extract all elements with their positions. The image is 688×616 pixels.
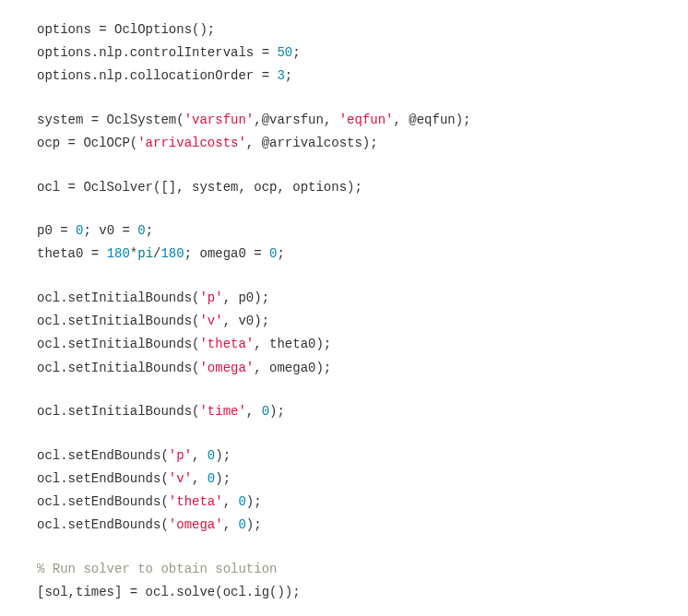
- code-token-string: 'omega': [199, 361, 254, 375]
- code-line: [37, 538, 651, 558]
- code-token-number: 0: [238, 517, 245, 532]
- code-token-default: ocl.setEndBounds(: [37, 517, 169, 532]
- code-token-default: [sol,times] = ocl.solve(ocl.ig());: [37, 585, 301, 599]
- code-token-default: ;: [292, 45, 300, 60]
- code-token-number: 0: [269, 246, 277, 261]
- code-token-default: , @eqfun);: [394, 113, 471, 127]
- code-block: options = OclOptions();options.nlp.contr…: [37, 18, 651, 604]
- code-token-default: ,: [246, 404, 262, 419]
- code-line: ocl.setEndBounds('v', 0);: [37, 468, 651, 491]
- code-line: [37, 380, 651, 400]
- code-token-default: ocl.setInitialBounds(: [37, 361, 199, 375]
- code-token-default: ocl.setInitialBounds(: [37, 337, 199, 351]
- code-line: ocl.setInitialBounds('omega', omega0);: [37, 357, 651, 380]
- code-token-default: ocl.setInitialBounds(: [37, 404, 199, 419]
- code-token-default: ocl.setEndBounds(: [37, 471, 169, 486]
- code-token-number: 3: [277, 68, 284, 83]
- code-token-default: , omega0);: [254, 361, 331, 375]
- code-token-default: );: [215, 471, 231, 486]
- code-line: system = OclSystem('varsfun',@varsfun, '…: [37, 109, 651, 132]
- code-token-default: );: [269, 404, 285, 419]
- code-token-string: 'p': [199, 290, 222, 305]
- code-token-default: options = OclOptions();: [37, 22, 215, 37]
- code-token-default: p0 =: [37, 223, 76, 238]
- code-line: [37, 89, 651, 109]
- code-line: [37, 423, 651, 444]
- code-token-keyword: pi: [137, 246, 153, 261]
- code-token-default: , v0);: [223, 314, 269, 328]
- code-token-number: 50: [277, 45, 292, 60]
- code-token-default: , theta0);: [254, 337, 331, 351]
- code-token-default: *: [130, 246, 137, 261]
- code-line: options.nlp.controlIntervals = 50;: [37, 41, 651, 65]
- code-line: [37, 267, 651, 287]
- code-line: options.nlp.collocationOrder = 3;: [37, 65, 651, 88]
- code-line: ocp = OclOCP('arrivalcosts', @arrivalcos…: [37, 132, 651, 155]
- code-token-default: ocl.setInitialBounds(: [37, 314, 199, 328]
- code-token-default: );: [246, 494, 262, 509]
- code-token-number: 180: [107, 246, 130, 261]
- code-line: ocl.setInitialBounds('v', v0);: [37, 310, 651, 333]
- code-token-default: ,: [192, 448, 208, 463]
- code-line: % Run solver to obtain solution: [37, 558, 651, 581]
- code-line: p0 = 0; v0 = 0;: [37, 219, 651, 243]
- code-token-string: 'theta': [199, 337, 254, 351]
- code-token-string: 'v': [199, 314, 222, 328]
- code-line: ocl.setInitialBounds('p', p0);: [37, 287, 651, 310]
- code-token-default: system = OclSystem(: [37, 113, 184, 127]
- code-token-default: ocl = OclSolver([], system, ocp, options…: [37, 180, 362, 195]
- code-token-default: ;: [278, 246, 285, 261]
- code-token-number: 0: [262, 404, 269, 419]
- code-token-default: ,@varsfun,: [254, 113, 338, 127]
- code-token-default: , p0);: [223, 290, 269, 305]
- code-token-default: ,: [223, 494, 239, 509]
- code-token-string: 'time': [199, 404, 245, 419]
- code-line: [37, 155, 651, 175]
- code-token-string: 'p': [169, 448, 192, 463]
- code-token-comment: % Run solver to obtain solution: [37, 562, 277, 576]
- code-line: ocl.setInitialBounds('time', 0);: [37, 400, 651, 423]
- code-line: [sol,times] = ocl.solve(ocl.ig());: [37, 581, 651, 604]
- code-token-default: ;: [146, 223, 153, 238]
- code-token-number: 0: [137, 223, 145, 238]
- code-line: ocl.setEndBounds('p', 0);: [37, 444, 651, 468]
- code-line: options = OclOptions();: [37, 18, 651, 41]
- code-token-number: 0: [208, 471, 215, 486]
- code-token-number: 0: [238, 494, 245, 509]
- code-token-default: ;: [285, 68, 292, 83]
- code-line: ocl.setEndBounds('omega', 0);: [37, 514, 651, 537]
- code-token-default: options.nlp.collocationOrder =: [37, 68, 277, 83]
- code-line: theta0 = 180*pi/180; omega0 = 0;: [37, 243, 651, 266]
- code-token-default: ,: [192, 471, 208, 486]
- code-token-default: ocl.setInitialBounds(: [37, 290, 199, 305]
- code-token-default: ocl.setEndBounds(: [37, 448, 169, 463]
- code-token-string: 'varsfun': [184, 113, 255, 127]
- code-line: ocl.setEndBounds('theta', 0);: [37, 491, 651, 514]
- code-token-default: );: [246, 517, 262, 532]
- code-token-string: 'omega': [169, 517, 223, 532]
- code-token-string: 'theta': [169, 494, 223, 509]
- code-token-default: );: [215, 448, 231, 463]
- code-token-default: ocl.setEndBounds(: [37, 494, 169, 509]
- code-token-default: ,: [223, 517, 239, 532]
- code-token-string: 'v': [169, 471, 192, 486]
- code-token-number: 180: [160, 246, 184, 261]
- code-token-default: ; omega0 =: [184, 246, 269, 261]
- code-token-string: 'arrivalcosts': [137, 136, 246, 150]
- code-token-default: theta0 =: [37, 246, 107, 261]
- code-token-default: options.nlp.controlIntervals =: [37, 45, 277, 60]
- code-token-number: 0: [208, 448, 215, 463]
- code-line: ocl.setInitialBounds('theta', theta0);: [37, 333, 651, 356]
- code-token-default: ocp = OclOCP(: [37, 136, 137, 150]
- code-token-default: , @arrivalcosts);: [246, 136, 378, 150]
- code-line: [37, 199, 651, 219]
- code-token-default: ; v0 =: [83, 223, 137, 238]
- code-line: ocl = OclSolver([], system, ocp, options…: [37, 176, 651, 199]
- code-token-string: 'eqfun': [339, 113, 394, 127]
